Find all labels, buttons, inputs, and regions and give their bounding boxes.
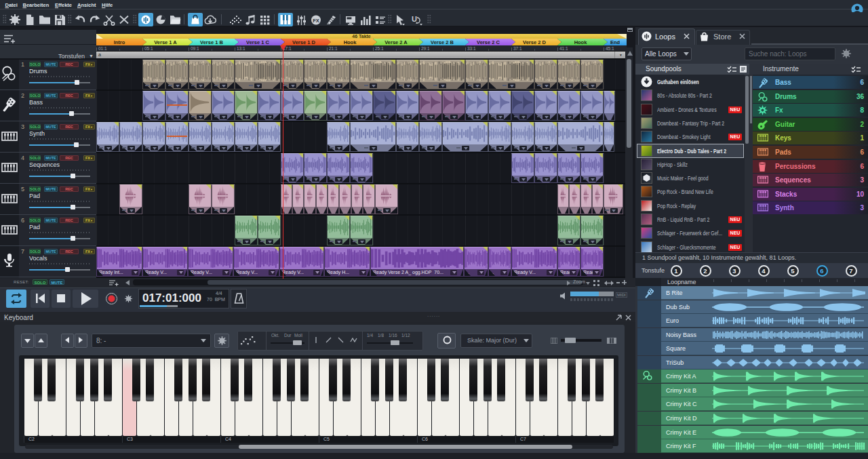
svg-text:Verse 2 C: Verse 2 C	[477, 39, 500, 45]
svg-text:Verse 2 A: Verse 2 A	[384, 39, 408, 45]
svg-text:Verse 2 B: Verse 2 B	[431, 39, 454, 45]
svg-text:Verse 1 D: Verse 1 D	[292, 39, 315, 45]
svg-text:Verse 2 D: Verse 2 D	[523, 39, 546, 45]
svg-text:Verse 1 A: Verse 1 A	[154, 39, 177, 45]
svg-text:Verse 1 B: Verse 1 B	[200, 39, 223, 45]
svg-text:Verse 1 C: Verse 1 C	[246, 39, 269, 45]
svg-text:Hook: Hook	[344, 39, 357, 45]
svg-text:Intro: Intro	[114, 39, 125, 45]
svg-text:Hook: Hook	[574, 39, 588, 45]
svg-text:End: End	[610, 39, 620, 45]
svg-text:U: U	[412, 15, 417, 23]
svg-text:FX: FX	[313, 18, 319, 24]
